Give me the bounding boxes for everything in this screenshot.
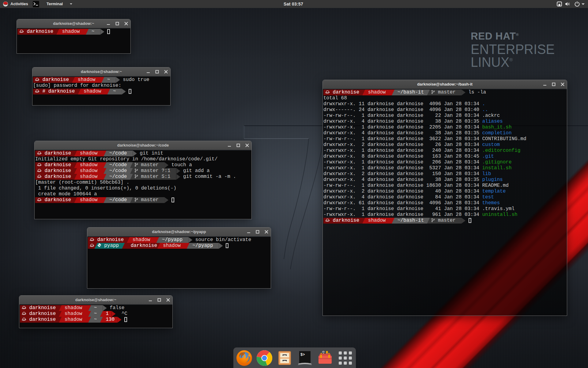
svg-text:$>: $>: [300, 353, 305, 357]
